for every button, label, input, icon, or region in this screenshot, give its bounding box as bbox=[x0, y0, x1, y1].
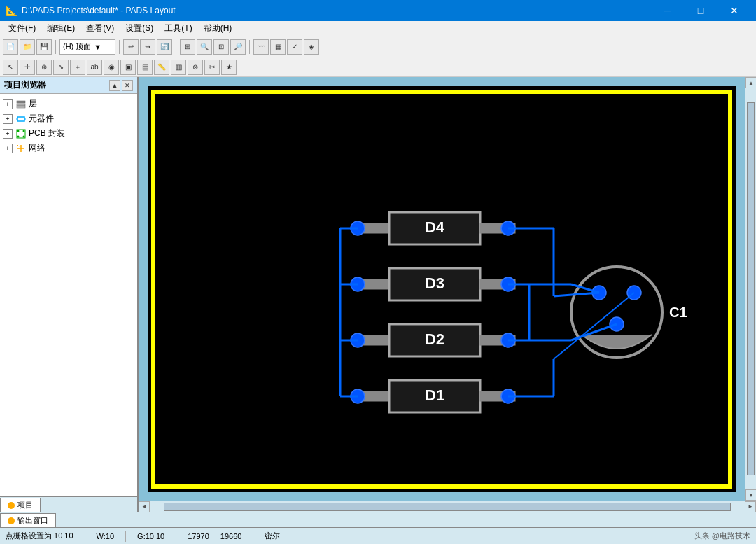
scroll-up-arrow[interactable]: ▲ bbox=[746, 77, 756, 88]
minimize-button[interactable]: ─ bbox=[651, 0, 683, 21]
nets-label: 网络 bbox=[29, 142, 46, 154]
status-sep3 bbox=[176, 531, 176, 542]
close-button[interactable]: ✕ bbox=[718, 0, 750, 21]
grid-label: G:10 10 bbox=[137, 532, 164, 540]
text-button[interactable]: ab bbox=[87, 60, 102, 75]
expand-nets[interactable]: + bbox=[3, 144, 13, 153]
pin-button[interactable]: ▲ bbox=[109, 80, 120, 91]
select-button[interactable]: ↖ bbox=[3, 60, 18, 75]
route-button[interactable]: 〰 bbox=[253, 39, 269, 55]
layer-dropdown[interactable]: (H) 顶面 ▼ bbox=[59, 39, 115, 55]
highlight-button[interactable]: ★ bbox=[221, 60, 237, 75]
pcb-icon bbox=[15, 128, 27, 139]
close-sidebar-button[interactable]: ✕ bbox=[122, 80, 133, 91]
pcb-canvas-area[interactable]: D4 D3 D2 bbox=[139, 77, 745, 501]
svg-point-9 bbox=[18, 135, 20, 137]
sidebar-bottom: 项目 bbox=[0, 496, 137, 512]
window-controls: ─ □ ✕ bbox=[651, 0, 750, 21]
title-bar: 📐 D:\PADS Projects\default* - PADS Layou… bbox=[0, 0, 756, 21]
svg-text:D1: D1 bbox=[425, 386, 444, 404]
tab-project-label: 项目 bbox=[18, 500, 33, 510]
components-icon bbox=[15, 113, 27, 125]
menu-help[interactable]: 帮助(H) bbox=[198, 21, 238, 36]
sidebar-item-layers[interactable]: + 层 bbox=[0, 97, 137, 111]
output-tab-strip: 输出窗口 bbox=[0, 512, 756, 527]
maximize-button[interactable]: □ bbox=[685, 0, 717, 21]
sep4 bbox=[249, 40, 250, 54]
units: 密尔 bbox=[265, 531, 280, 541]
status-sep2 bbox=[125, 531, 126, 542]
zoom-out-button[interactable]: 🔎 bbox=[230, 39, 246, 55]
svg-point-8 bbox=[23, 130, 25, 132]
svg-text:D4: D4 bbox=[425, 218, 445, 236]
components-label: 元器件 bbox=[29, 113, 54, 125]
copper-fill-button[interactable]: ▤ bbox=[137, 60, 153, 75]
chevron-down-icon: ▼ bbox=[94, 43, 102, 51]
menu-file[interactable]: 文件(F) bbox=[3, 21, 41, 36]
svg-rect-2 bbox=[17, 106, 25, 108]
canvas-with-scrollbar: D4 D3 D2 bbox=[139, 77, 756, 501]
project-browser: 项目浏览器 ▲ ✕ + 层 + 元器件 bbox=[0, 77, 139, 512]
drc-button[interactable]: ✓ bbox=[287, 39, 302, 55]
snap-status: 点栅格设置为 10 10 bbox=[6, 531, 74, 541]
via-button[interactable]: ◉ bbox=[104, 60, 119, 75]
redo-button[interactable]: ↪ bbox=[140, 39, 155, 55]
expand-components[interactable]: + bbox=[3, 114, 13, 124]
sep3 bbox=[176, 40, 176, 54]
pad-button[interactable]: ▣ bbox=[120, 60, 136, 75]
sidebar-item-nets[interactable]: + 网络 bbox=[0, 141, 137, 155]
vertical-scrollbar[interactable]: ▲ ▼ bbox=[745, 77, 756, 501]
save-button[interactable]: 💾 bbox=[36, 39, 52, 55]
main-area: 项目浏览器 ▲ ✕ + 层 + 元器件 bbox=[0, 77, 756, 512]
scroll-left-arrow[interactable]: ◄ bbox=[139, 501, 150, 512]
output-tab-label: 输出窗口 bbox=[18, 515, 48, 526]
layers-label: 层 bbox=[29, 98, 37, 110]
zoom-fit-button[interactable]: ⊡ bbox=[214, 39, 229, 55]
menu-edit[interactable]: 编辑(E) bbox=[41, 21, 80, 36]
scroll-thumb-h[interactable] bbox=[164, 503, 731, 511]
expand-layers[interactable]: + bbox=[3, 99, 13, 109]
sidebar-title: 项目浏览器 bbox=[4, 79, 46, 91]
sep2 bbox=[119, 40, 120, 54]
toolbar-secondary: ↖ ✛ ⊕ ∿ ＋ ab ◉ ▣ ▤ 📏 ▥ ⊗ ✂ ★ bbox=[0, 57, 756, 77]
status-sep1 bbox=[85, 531, 85, 542]
measure-button[interactable]: 📏 bbox=[154, 60, 169, 75]
pour-button[interactable]: ▥ bbox=[171, 60, 186, 75]
canvas-wrapper: D4 D3 D2 bbox=[139, 77, 756, 512]
nets-icon bbox=[15, 143, 27, 154]
scroll-down-arrow[interactable]: ▼ bbox=[746, 489, 756, 501]
menu-settings[interactable]: 设置(S) bbox=[120, 21, 159, 36]
keepout-button[interactable]: ⊗ bbox=[188, 60, 203, 75]
copper-button[interactable]: ▦ bbox=[270, 39, 286, 55]
menu-view[interactable]: 查看(V) bbox=[80, 21, 120, 36]
sidebar-controls: ▲ ✕ bbox=[109, 80, 133, 91]
horizontal-scrollbar[interactable]: ◄ ► bbox=[139, 501, 756, 512]
route-trace-button[interactable]: ∿ bbox=[53, 60, 69, 75]
place-component-button[interactable]: ⊕ bbox=[36, 60, 52, 75]
sidebar-item-components[interactable]: + 元器件 bbox=[0, 111, 137, 126]
menu-tools[interactable]: 工具(T) bbox=[159, 21, 197, 36]
app-icon: 📐 bbox=[6, 5, 18, 16]
grid-button[interactable]: ⊞ bbox=[180, 39, 195, 55]
toolbar-main: 📄 📁 💾 (H) 顶面 ▼ ↩ ↪ 🔄 ⊞ 🔍 ⊡ 🔎 〰 ▦ ✓ ◈ bbox=[0, 36, 756, 57]
sidebar-item-pcb[interactable]: + PCB 封装 bbox=[0, 126, 137, 141]
tab-dot bbox=[8, 502, 15, 509]
move-button[interactable]: ✛ bbox=[20, 60, 35, 75]
tab-project[interactable]: 项目 bbox=[0, 498, 41, 512]
scroll-thumb-v[interactable] bbox=[747, 102, 755, 475]
status-bar: 点栅格设置为 10 10 W:10 G:10 10 17970 19660 密尔… bbox=[0, 527, 756, 544]
sep1 bbox=[55, 40, 56, 54]
pcb-label: PCB 封装 bbox=[29, 127, 65, 139]
open-button[interactable]: 📁 bbox=[20, 39, 35, 55]
new-button[interactable]: 📄 bbox=[3, 39, 18, 55]
refresh-button[interactable]: 🔄 bbox=[157, 39, 172, 55]
svg-point-7 bbox=[18, 130, 20, 132]
delete-button[interactable]: ✂ bbox=[204, 60, 220, 75]
output-tab[interactable]: 输出窗口 bbox=[0, 513, 56, 527]
add-button[interactable]: ＋ bbox=[70, 60, 85, 75]
zoom-in-button[interactable]: 🔍 bbox=[197, 39, 212, 55]
scroll-right-arrow[interactable]: ► bbox=[745, 501, 756, 512]
undo-button[interactable]: ↩ bbox=[123, 39, 139, 55]
expand-pcb[interactable]: + bbox=[3, 129, 13, 139]
3d-button[interactable]: ◈ bbox=[304, 39, 319, 55]
